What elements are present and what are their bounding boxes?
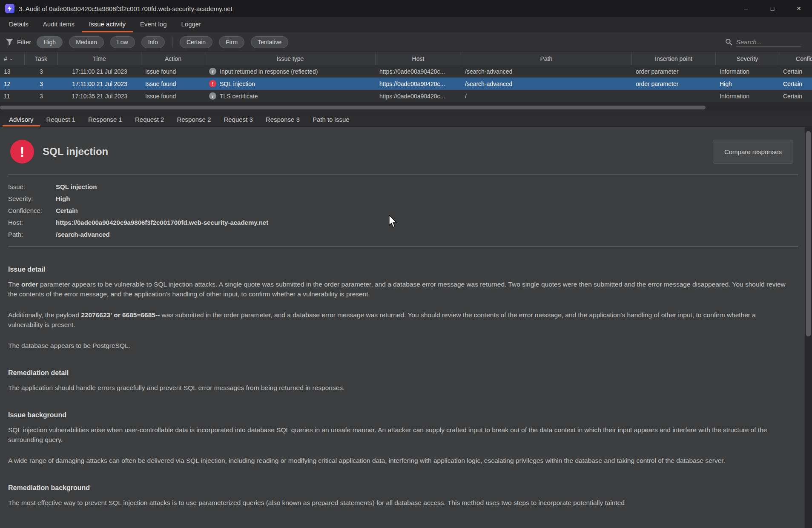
summary-row-confidence: Confidence: Certain xyxy=(8,205,812,217)
advisory-body: Issue detail The order parameter appears… xyxy=(0,266,812,508)
issue-activity-table: # ⌄ Task Time Action Issue type Host Pat… xyxy=(0,52,812,113)
search-icon xyxy=(725,38,732,46)
filter-funnel-icon xyxy=(6,39,13,46)
remediation-detail-heading: Remediation detail xyxy=(8,369,791,377)
column-header-time[interactable]: Time xyxy=(58,52,141,65)
summary-value: /search-advanced xyxy=(56,229,110,241)
cell-severity: High xyxy=(716,77,779,90)
tab-details[interactable]: Details xyxy=(2,17,36,32)
filter-pill-tentative[interactable]: Tentative xyxy=(251,36,288,48)
search-input[interactable] xyxy=(736,37,801,47)
compare-responses-button[interactable]: Compare responses xyxy=(713,140,793,164)
advisory-panel: ! SQL injection Compare responses Issue:… xyxy=(0,127,812,528)
column-header-issue-type[interactable]: Issue type xyxy=(205,52,376,65)
vertical-scrollbar[interactable] xyxy=(805,127,812,528)
issue-background-paragraph-2: A wide range of damaging attacks can oft… xyxy=(8,456,791,465)
remediation-background-paragraph: The most effective way to prevent SQL in… xyxy=(8,498,791,508)
cell-host: https://0ade00a90420c... xyxy=(376,90,461,102)
info-icon: i xyxy=(209,68,216,75)
summary-row-issue: Issue: SQL injection xyxy=(8,181,812,193)
alert-icon: ! xyxy=(209,80,216,87)
close-button[interactable]: ✕ xyxy=(786,0,812,17)
lightning-bolt-icon xyxy=(7,6,12,11)
high-severity-alert-icon: ! xyxy=(10,140,34,164)
summary-row-host: Host: https://0ade00a90420c9a9806f3f2c00… xyxy=(8,217,812,229)
search-area xyxy=(725,37,806,47)
cell-insertion-point xyxy=(632,90,716,102)
summary-row-path: Path: /search-advanced xyxy=(8,229,812,241)
window-controls: – □ ✕ xyxy=(733,0,812,17)
summary-label: Confidence: xyxy=(8,205,56,217)
title-bar: 3. Audit of 0ade00a90420c9a9806f3f2c0017… xyxy=(0,0,812,17)
vertical-scrollbar-thumb[interactable] xyxy=(806,131,811,336)
filter-pill-high[interactable]: High xyxy=(37,36,63,48)
summary-value: https://0ade00a90420c9a9806f3f2c001700fd… xyxy=(56,217,268,229)
cell-confidence: Certain xyxy=(779,90,812,102)
subtab-response-1[interactable]: Response 1 xyxy=(82,113,129,126)
minimize-button[interactable]: – xyxy=(733,0,759,17)
filter-pill-certain[interactable]: Certain xyxy=(180,36,212,48)
tab-issue-activity[interactable]: Issue activity xyxy=(82,17,133,32)
summary-label: Issue: xyxy=(8,181,56,193)
column-header-action[interactable]: Action xyxy=(141,52,205,65)
subtab-request-3[interactable]: Request 3 xyxy=(217,113,259,126)
cell-issue-type: ! SQL injection xyxy=(205,77,376,90)
cell-number: 12 xyxy=(0,77,25,90)
cell-path: /search-advanced xyxy=(461,65,632,77)
cell-insertion-point: order parameter xyxy=(632,77,716,90)
filter-bar: Filter High Medium Low Info Certain Firm… xyxy=(0,32,812,52)
tab-logger[interactable]: Logger xyxy=(174,17,208,32)
horizontal-scrollbar[interactable] xyxy=(0,105,812,110)
cell-insertion-point: order parameter xyxy=(632,65,716,77)
column-header-path[interactable]: Path xyxy=(461,52,632,65)
cell-time: 17:11:00 21 Jul 2023 xyxy=(58,65,141,77)
window-title: 3. Audit of 0ade00a90420c9a9806f3f2c0017… xyxy=(19,5,232,12)
issue-detail-paragraph-1: The order parameter appears to be vulner… xyxy=(8,279,791,299)
burp-app-icon xyxy=(5,4,14,13)
tab-event-log[interactable]: Event log xyxy=(133,17,174,32)
filter-pill-medium[interactable]: Medium xyxy=(69,36,104,48)
cell-action: Issue found xyxy=(141,77,205,90)
issue-type-label: TLS certificate xyxy=(220,93,258,100)
advisory-title: SQL injection xyxy=(43,146,108,158)
summary-value: High xyxy=(56,193,70,205)
subtab-request-1[interactable]: Request 1 xyxy=(40,113,82,126)
issue-detail-paragraph-2: Additionally, the payload 22076623' or 6… xyxy=(8,310,791,330)
cell-confidence: Certain xyxy=(779,77,812,90)
subtab-response-3[interactable]: Response 3 xyxy=(259,113,306,126)
cell-severity: Information xyxy=(716,65,779,77)
filter-pill-firm[interactable]: Firm xyxy=(219,36,244,48)
filter-pill-low[interactable]: Low xyxy=(110,36,135,48)
cell-path: / xyxy=(461,90,632,102)
issue-detail-tab-bar: Advisory Request 1 Response 1 Request 2 … xyxy=(0,113,812,127)
subtab-response-2[interactable]: Response 2 xyxy=(170,113,217,126)
filter-group-divider xyxy=(172,37,172,47)
subtab-path-to-issue[interactable]: Path to issue xyxy=(306,113,356,126)
filter-label: Filter xyxy=(17,38,31,46)
cell-host: https://0ade00a90420c... xyxy=(376,65,461,77)
summary-label: Severity: xyxy=(8,193,56,205)
sort-chevron-icon: ⌄ xyxy=(9,56,13,61)
column-header-severity[interactable]: Severity xyxy=(716,52,779,65)
cell-time: 17:11:00 21 Jul 2023 xyxy=(58,77,141,90)
cell-severity: Information xyxy=(716,90,779,102)
issue-background-heading: Issue background xyxy=(8,411,791,419)
issue-type-label: Input returned in response (reflected) xyxy=(220,68,318,75)
issue-background-paragraph-1: SQL injection vulnerabilities arise when… xyxy=(8,425,791,445)
remediation-detail-paragraph: The application should handle errors gra… xyxy=(8,383,791,393)
cell-number: 11 xyxy=(0,90,25,102)
cell-task: 3 xyxy=(25,90,58,102)
column-header-host[interactable]: Host xyxy=(376,52,461,65)
info-icon: i xyxy=(209,92,216,100)
column-header-task[interactable]: Task xyxy=(25,52,58,65)
horizontal-scrollbar-thumb[interactable] xyxy=(0,106,706,109)
maximize-button[interactable]: □ xyxy=(759,0,786,17)
column-header-insertion-point[interactable]: Insertion point xyxy=(632,52,716,65)
column-header-confidence[interactable]: Confidence xyxy=(779,52,812,65)
tab-audit-items[interactable]: Audit items xyxy=(36,17,82,32)
subtab-request-2[interactable]: Request 2 xyxy=(129,113,170,126)
filter-pill-info[interactable]: Info xyxy=(141,36,165,48)
column-header-number[interactable]: # ⌄ xyxy=(0,52,25,65)
cell-host: https://0ade00a90420c... xyxy=(376,77,461,90)
subtab-advisory[interactable]: Advisory xyxy=(3,113,40,126)
